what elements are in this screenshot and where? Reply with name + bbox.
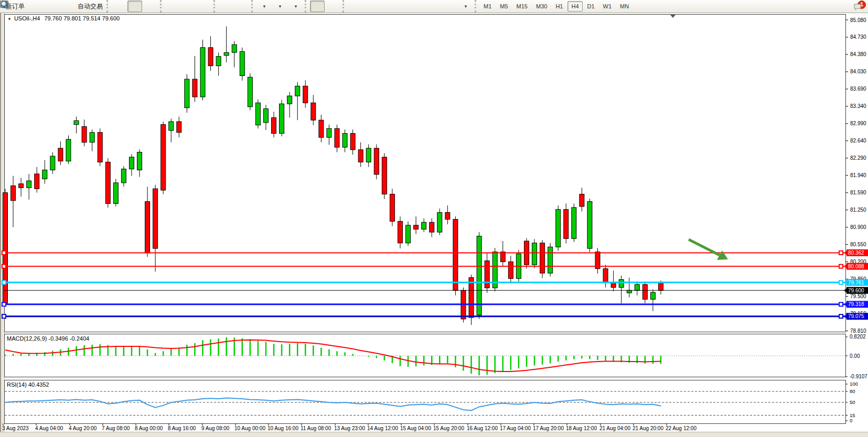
candle bbox=[121, 166, 126, 187]
zoom-out-button[interactable] bbox=[181, 1, 196, 12]
candle-body bbox=[232, 45, 237, 52]
green-arrow-annotation[interactable] bbox=[689, 239, 728, 260]
line-right-handle[interactable] bbox=[839, 314, 843, 318]
time-tick-label: 8 Aug 16:00 bbox=[168, 425, 196, 431]
macd-indicator bbox=[5, 337, 661, 375]
candle-body bbox=[327, 128, 331, 137]
timeframe-m30[interactable]: M30 bbox=[532, 1, 551, 12]
line-left-handle[interactable] bbox=[2, 265, 6, 268]
price-tick-label: 83.690 bbox=[850, 86, 866, 92]
vertical-line-tool[interactable] bbox=[348, 1, 362, 12]
arrows-tool[interactable]: ▼ bbox=[458, 1, 473, 12]
candlestick-chart-button[interactable] bbox=[127, 1, 142, 12]
search-button[interactable] bbox=[838, 1, 853, 12]
candle-body bbox=[113, 183, 118, 204]
candle-body bbox=[153, 189, 158, 248]
fibonacci-tool[interactable]: F bbox=[411, 1, 425, 12]
candle-body bbox=[430, 222, 434, 232]
notifications-button[interactable]: 1 bbox=[853, 1, 865, 12]
line-right-handle[interactable] bbox=[839, 302, 843, 306]
timeframe-m15[interactable]: M15 bbox=[513, 1, 531, 12]
candle bbox=[224, 26, 229, 62]
candle-body bbox=[105, 162, 110, 203]
price-tick-label: 83.340 bbox=[850, 103, 866, 109]
candle bbox=[382, 153, 387, 199]
auto-trading-button[interactable]: 自动交易 bbox=[74, 1, 104, 12]
line-left-handle[interactable] bbox=[2, 281, 6, 285]
trendline-tool[interactable] bbox=[379, 1, 394, 12]
zoom-in-button[interactable] bbox=[165, 1, 180, 12]
market-watch-button[interactable] bbox=[43, 1, 58, 12]
candle-body bbox=[382, 157, 387, 194]
time-tick-label: 10 Aug 16:00 bbox=[267, 425, 298, 431]
horizontal-price-line-79.600[interactable]: 79.600 bbox=[4, 287, 868, 294]
candle bbox=[366, 144, 371, 167]
candle-body bbox=[540, 243, 545, 273]
periods-button[interactable]: ▼ bbox=[272, 1, 287, 12]
price-tick-label: 80.550 bbox=[850, 242, 866, 247]
candle bbox=[240, 48, 244, 81]
candle-body bbox=[390, 194, 394, 222]
candle bbox=[137, 149, 142, 177]
timeframe-mn[interactable]: MN bbox=[616, 1, 633, 12]
price-axis: 85.08084.73084.38084.03083.69083.34082.9… bbox=[845, 17, 866, 334]
timeframe-w1[interactable]: W1 bbox=[599, 1, 616, 12]
line-left-handle[interactable] bbox=[2, 302, 6, 306]
pane-frames bbox=[5, 15, 846, 424]
tile-windows-button[interactable] bbox=[197, 1, 211, 12]
horizontal-price-line-79.761[interactable]: 79.761 bbox=[2, 279, 868, 286]
horizontal-price-line-79.075[interactable]: 79.075 bbox=[2, 313, 868, 320]
candle-body bbox=[422, 222, 426, 229]
auto-scroll-button[interactable] bbox=[219, 1, 233, 12]
candle bbox=[556, 205, 561, 251]
line-right-handle[interactable] bbox=[839, 281, 843, 285]
chart-canvas[interactable]: 85.08084.73084.38084.03083.69083.34082.9… bbox=[0, 0, 868, 437]
templates-button[interactable]: ▼ bbox=[288, 1, 303, 12]
market-depth-button[interactable] bbox=[27, 1, 42, 12]
line-left-handle[interactable] bbox=[2, 314, 6, 318]
text-tool[interactable]: A bbox=[426, 1, 441, 12]
candle-body bbox=[414, 225, 419, 230]
candle-body bbox=[216, 57, 221, 66]
chart-shift-button[interactable] bbox=[234, 1, 249, 12]
candle-body bbox=[556, 210, 561, 247]
timeframe-m1[interactable]: M1 bbox=[480, 1, 495, 12]
horizontal-price-line-80.088[interactable]: 80.088 bbox=[2, 263, 868, 270]
horizontal-price-line-79.318[interactable]: 79.318 bbox=[2, 301, 868, 308]
line-left-handle[interactable] bbox=[2, 251, 6, 255]
channel-tool[interactable]: E bbox=[395, 1, 410, 12]
crosshair-button[interactable] bbox=[326, 1, 340, 12]
candle-body bbox=[192, 79, 197, 97]
rsi-tick-label: 80 bbox=[850, 388, 855, 394]
candle bbox=[208, 36, 213, 71]
candle-body bbox=[469, 278, 474, 318]
horizontal-line-tool[interactable] bbox=[363, 1, 378, 12]
candle-body bbox=[398, 221, 403, 243]
line-chart-button[interactable] bbox=[143, 1, 158, 12]
bar-chart-button[interactable] bbox=[112, 1, 126, 12]
candle-body bbox=[374, 148, 379, 174]
candle-body bbox=[358, 150, 363, 162]
cursor-button[interactable] bbox=[310, 1, 325, 12]
candle bbox=[192, 56, 197, 102]
line-right-handle[interactable] bbox=[839, 265, 843, 268]
candle bbox=[3, 189, 8, 306]
candle bbox=[42, 160, 47, 184]
candle bbox=[145, 187, 150, 257]
signals-button[interactable] bbox=[59, 1, 73, 12]
indicators-button[interactable]: ▼ bbox=[256, 1, 271, 12]
candle-body bbox=[3, 193, 8, 303]
horizontal-price-line-80.362[interactable]: 80.362 bbox=[2, 249, 868, 256]
timeframe-d1[interactable]: D1 bbox=[584, 1, 598, 12]
timeframe-h1[interactable]: H1 bbox=[552, 1, 566, 12]
candle bbox=[627, 278, 631, 298]
candle bbox=[287, 92, 292, 118]
candle-body bbox=[619, 279, 624, 287]
candle bbox=[280, 100, 284, 137]
candle-body bbox=[66, 139, 71, 161]
candle-body bbox=[437, 212, 442, 232]
timeframe-h4[interactable]: H4 bbox=[567, 1, 582, 12]
text-label-tool[interactable]: T bbox=[442, 1, 457, 12]
line-right-handle[interactable] bbox=[839, 251, 843, 255]
timeframe-m5[interactable]: M5 bbox=[496, 1, 511, 12]
